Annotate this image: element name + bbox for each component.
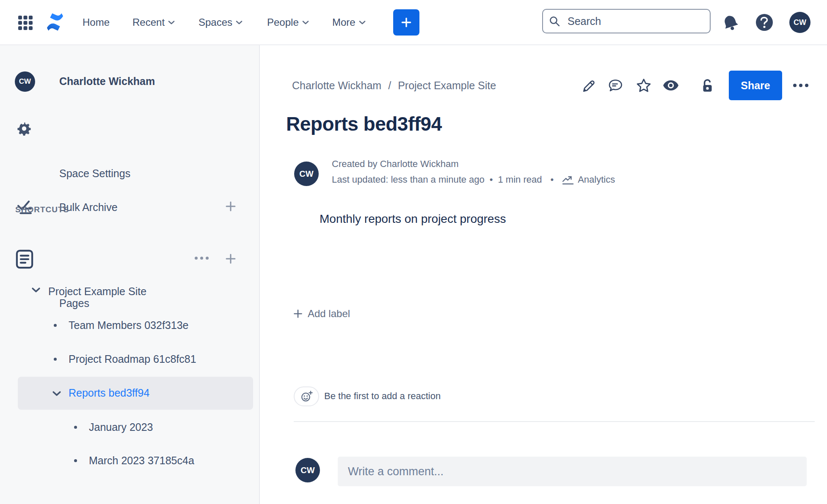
nav-recent-label: Recent — [132, 16, 165, 28]
tree-item-january-2023[interactable]: January 2023 — [89, 421, 153, 433]
byline-dot: • — [490, 174, 493, 185]
chevron-down-icon — [302, 20, 309, 25]
space-sidebar: CW Charlotte Wickham Space Settings Bulk… — [0, 45, 260, 504]
plus-icon — [225, 200, 237, 212]
nav-people[interactable]: People — [267, 16, 309, 28]
byline-created: Created by Charlotte Wickham — [332, 159, 615, 170]
search-field-wrap — [542, 9, 711, 33]
help-button[interactable] — [756, 14, 773, 31]
byline-read-time: 1 min read — [498, 174, 542, 185]
confluence-app: Home Recent Spaces People More — [0, 0, 827, 504]
create-button[interactable] — [393, 9, 419, 36]
tree-item-march-2023[interactable]: March 2023 37185c4a — [89, 455, 194, 467]
nav-recent[interactable]: Recent — [132, 16, 175, 28]
bell-icon — [719, 12, 741, 34]
watch-button[interactable] — [662, 77, 679, 94]
page-more-actions-button[interactable] — [793, 84, 808, 87]
pages-section-icon-slot — [16, 249, 33, 269]
tree-item-team-members[interactable]: Team Members 032f313e — [69, 319, 188, 331]
sidebar-section-pages[interactable]: Pages — [59, 297, 89, 310]
search-input[interactable] — [542, 9, 711, 33]
comment-avatar: CW — [295, 458, 320, 482]
nav-home[interactable]: Home — [83, 16, 110, 28]
bullet-icon — [54, 358, 57, 361]
shortcuts-header: SHORTCUTS — [15, 205, 69, 214]
search-icon — [549, 16, 560, 27]
edit-page-button[interactable] — [580, 77, 597, 94]
tree-item-reports-selected[interactable]: Reports bed3ff94 — [69, 387, 149, 399]
dot — [195, 257, 198, 260]
chevron-down-icon — [168, 20, 175, 25]
share-button[interactable]: Share — [729, 71, 782, 100]
restrictions-button[interactable] — [699, 77, 716, 94]
bullet-icon — [74, 459, 77, 462]
confluence-home-logo[interactable] — [45, 13, 65, 33]
space-avatar[interactable]: CW — [15, 71, 35, 92]
plus-icon — [225, 253, 237, 265]
nav-people-label: People — [267, 16, 299, 28]
pencil-icon — [581, 78, 596, 93]
pages-more-button[interactable] — [195, 257, 209, 260]
nav-home-label: Home — [83, 16, 110, 28]
chevron-down-icon — [236, 20, 243, 25]
pages-icon — [16, 249, 33, 269]
space-settings-item[interactable] — [17, 121, 32, 136]
dot — [200, 257, 203, 260]
favourite-button[interactable] — [635, 77, 652, 94]
tree-selected-collapse-chevron[interactable] — [51, 390, 62, 397]
gear-icon — [17, 121, 31, 136]
byline: Created by Charlotte Wickham Last update… — [332, 159, 615, 185]
eye-icon — [662, 79, 679, 91]
plus-icon — [293, 309, 303, 319]
space-avatar-initials: CW — [19, 77, 31, 86]
byline-avatar[interactable]: CW — [294, 162, 319, 186]
top-navigation-bar: Home Recent Spaces People More — [0, 0, 827, 45]
notifications-button[interactable] — [722, 14, 739, 33]
byline-dot: • — [550, 174, 554, 185]
nav-spaces-label: Spaces — [198, 16, 232, 28]
app-grid-icon — [18, 15, 33, 30]
analytics-label: Analytics — [578, 174, 615, 185]
question-mark-icon — [759, 16, 769, 29]
breadcrumb-parent-page-link[interactable]: Project Example Site — [398, 79, 496, 92]
bullet-icon — [74, 426, 77, 429]
breadcrumb-space-link[interactable]: Charlotte Wickham — [292, 79, 381, 92]
page-body-text: Monthly reports on project progress — [320, 212, 506, 226]
analytics-link[interactable]: Analytics — [562, 174, 615, 185]
add-reaction-button[interactable] — [294, 386, 319, 406]
nav-spaces[interactable]: Spaces — [198, 16, 243, 28]
add-label-text: Add label — [308, 308, 350, 320]
dot — [805, 84, 808, 87]
breadcrumb-separator: / — [388, 79, 391, 92]
app-switcher-button[interactable] — [18, 15, 33, 30]
tree-item-project-roadmap[interactable]: Project Roadmap 61c8fc81 — [69, 353, 196, 365]
chevron-down-icon — [31, 287, 41, 293]
chevron-down-icon — [359, 20, 366, 25]
share-button-label: Share — [741, 79, 770, 92]
smiley-add-reaction-icon — [300, 390, 313, 403]
reaction-prompt-text: Be the first to add a reaction — [324, 391, 441, 402]
add-shortcut-button[interactable] — [224, 200, 237, 213]
add-label-button[interactable]: Add label — [293, 308, 350, 320]
nav-more[interactable]: More — [332, 16, 366, 28]
bullet-icon — [54, 324, 57, 327]
space-name[interactable]: Charlotte Wickham — [59, 75, 155, 88]
comment-avatar-initials: CW — [300, 466, 314, 475]
dot — [206, 257, 209, 260]
comment-bubble-icon — [607, 78, 623, 93]
comment-input[interactable] — [338, 457, 807, 486]
nav-more-label: More — [332, 16, 356, 28]
comments-button[interactable] — [607, 77, 624, 94]
page-title: Reports bed3ff94 — [286, 112, 442, 135]
user-avatar[interactable]: CW — [789, 12, 810, 33]
dot — [793, 84, 797, 87]
sidebar-item-space-settings[interactable]: Space Settings — [59, 167, 130, 180]
tree-root-collapse-chevron[interactable] — [30, 286, 41, 293]
add-page-button[interactable] — [224, 252, 237, 265]
plus-icon — [400, 16, 413, 29]
tree-item-project-example-site[interactable]: Project Example Site — [48, 285, 146, 298]
chevron-down-icon — [52, 391, 61, 396]
byline-updated: Last updated: less than a minute ago — [332, 174, 485, 185]
byline-avatar-initials: CW — [299, 169, 313, 179]
breadcrumb: Charlotte Wickham / Project Example Site — [292, 79, 496, 92]
